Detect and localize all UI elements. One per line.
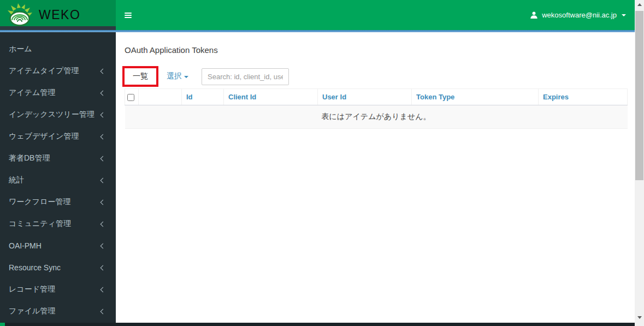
sidebar-item-workflow-admin[interactable]: ワークフロー管理 [0,191,116,213]
chevron-left-icon [101,287,106,292]
select-all-checkbox[interactable] [127,94,134,101]
sidebar-item-itemtype-admin[interactable]: アイテムタイプ管理 [0,60,116,82]
user-email: wekosoftware@nii.ac.jp [542,11,617,19]
caret-down-icon [622,14,626,16]
chevron-left-icon [101,199,106,205]
chevron-left-icon [101,134,106,139]
select-all-cell [125,89,139,105]
column-header-client-id[interactable]: Client Id [224,89,318,105]
column-header-token-type[interactable]: Token Type [412,89,539,105]
active-item-indicator [0,323,5,326]
chevron-left-icon [101,177,106,183]
sidebar-item-record-admin[interactable]: レコード管理 [0,278,116,300]
main-content: OAuth Application Tokens 一覧 選択 Id Client… [116,32,635,323]
chevron-left-icon [101,90,106,96]
oauth-tokens-table: Id Client Id User Id Token Type Expires … [125,88,628,129]
user-account-menu[interactable]: wekosoftware@nii.ac.jp [530,0,635,30]
page-title: OAuth Application Tokens [125,45,218,55]
search-input[interactable] [202,68,289,85]
sidebar-toggle-button[interactable] [116,0,140,30]
logo-area[interactable]: WEKO [0,0,116,30]
weko-logo-icon [7,3,32,26]
column-header-user-id[interactable]: User Id [318,89,412,105]
chevron-left-icon [101,112,106,117]
caret-down-icon [184,76,188,78]
sidebar-item-authordb-admin[interactable]: 著者DB管理 [0,147,116,169]
column-header-id[interactable]: Id [182,89,224,105]
select-dropdown[interactable]: 選択 [163,68,192,85]
arrow-up-icon [637,3,642,6]
table-toolbar: 一覧 選択 [122,66,289,87]
bottom-edge-strip [0,323,635,326]
chevron-left-icon [101,221,106,227]
column-header-expires[interactable]: Expires [539,89,628,105]
chevron-left-icon [101,309,106,314]
actions-column-header [139,89,182,105]
sidebar-item-oai-pmh[interactable]: OAI-PMH [0,235,116,257]
list-view-button[interactable]: 一覧 [125,68,156,85]
empty-row: 表にはアイテムがありません。 [125,105,628,129]
brand-title: WEKO [39,8,80,22]
sidebar-item-resource-sync[interactable]: Resource Sync [0,257,116,278]
top-header: WEKO wekosoftware@nii.ac.jp [0,0,635,30]
sidebar-item-home[interactable]: ホーム [0,38,116,60]
table-header-row: Id Client Id User Id Token Type Expires [125,89,628,105]
sidebar-item-community-admin[interactable]: コミュニティ管理 [0,213,116,235]
sidebar-item-item-admin[interactable]: アイテム管理 [0,82,116,104]
chevron-left-icon [101,243,106,248]
scroll-up-button[interactable] [635,0,644,9]
chevron-left-icon [101,156,106,161]
arrow-down-icon [637,316,642,319]
sidebar-item-file-admin[interactable]: ファイル管理 [0,300,116,322]
empty-message: 表にはアイテムがありません。 [125,105,628,129]
chevron-left-icon [101,68,106,74]
sidebar-item-statistics[interactable]: 統計 [0,169,116,191]
hamburger-icon [125,13,132,14]
user-icon [530,11,538,19]
sidebar-nav: ホーム アイテムタイプ管理 アイテム管理 インデックスツリー管理 ウェブデザイン… [0,32,116,326]
scroll-down-button[interactable] [635,313,644,322]
sidebar-item-webdesign-admin[interactable]: ウェブデザイン管理 [0,126,116,147]
annotation-highlight-box: 一覧 [122,66,158,87]
vertical-scrollbar[interactable] [635,0,644,326]
navbar: wekosoftware@nii.ac.jp [116,0,635,30]
sidebar-item-indextree-admin[interactable]: インデックスツリー管理 [0,104,116,126]
scrollbar-thumb[interactable] [635,11,643,180]
chevron-left-icon [101,265,106,270]
logo-underlay [0,26,116,30]
